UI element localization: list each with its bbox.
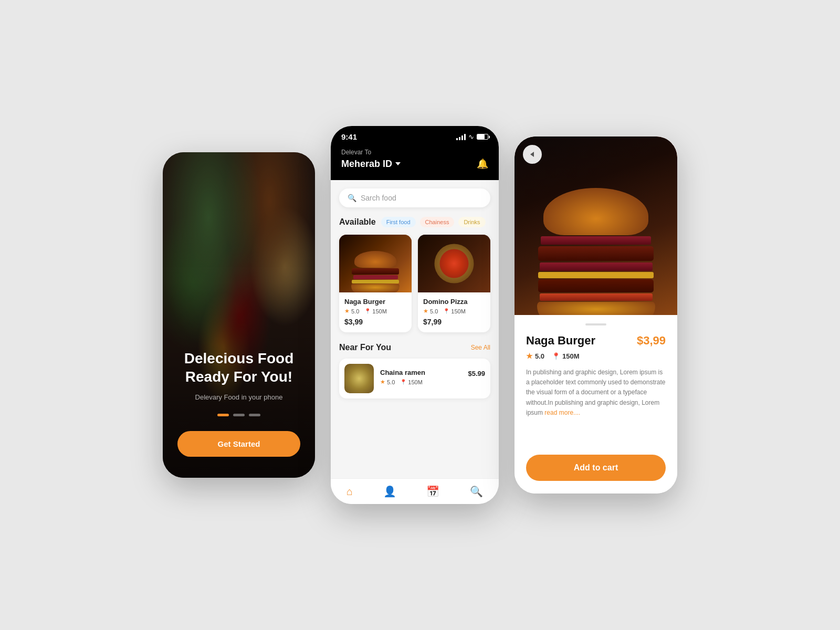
screen-splash: Delecious Food Ready For You! Delevary F… xyxy=(163,152,315,478)
near-item-price: $5.99 xyxy=(468,370,485,377)
food-name-burger: Naga Burger xyxy=(344,298,406,306)
screens-container: Delecious Food Ready For You! Delevary F… xyxy=(163,126,677,504)
detail-burger-visual xyxy=(528,188,664,315)
home-body: 🔍 Sarch food Available First food Chaine… xyxy=(331,180,499,478)
available-section: Available First food Chainess Drinks xyxy=(339,217,490,398)
pin-icon: 📍 xyxy=(364,308,371,314)
location-name[interactable]: Meherab ID xyxy=(341,159,401,170)
screen-home: 9:41 ∿ Delevar To Mehera xyxy=(331,126,499,504)
status-time: 9:41 xyxy=(341,132,357,141)
search-icon: 🔍 xyxy=(348,194,356,202)
dot-2 xyxy=(233,414,245,416)
detail-rating: ★ 5.0 xyxy=(526,352,544,360)
detail-meta: ★ 5.0 📍 150M xyxy=(526,352,666,360)
food-card-body-pizza: Domino Pizza ★ 5.0 📍 150M xyxy=(418,292,490,332)
food-card-burger[interactable]: Naga Burger ★ 5.0 📍 150M xyxy=(339,235,412,332)
bell-icon[interactable]: 🔔 xyxy=(477,158,488,170)
near-item-info: Chaina ramen $5.99 ★ 5.0 📍 150 xyxy=(380,369,485,388)
see-all-button[interactable]: See All xyxy=(471,344,490,351)
pizza-image xyxy=(418,235,490,292)
food-card-body-burger: Naga Burger ★ 5.0 📍 150M xyxy=(339,292,412,332)
nav-home[interactable]: ⌂ xyxy=(346,486,353,498)
star-icon-pizza: ★ xyxy=(423,308,428,314)
pin-icon-detail: 📍 xyxy=(552,352,560,360)
splash-content: Delecious Food Ready For You! Delevary F… xyxy=(163,333,315,478)
near-section: Near For You See All Chaina ramen $5.99 xyxy=(339,343,490,398)
food-name-pizza: Domino Pizza xyxy=(423,298,485,306)
signal-icon xyxy=(456,134,466,140)
search-nav-icon: 🔍 xyxy=(470,485,483,498)
search-bar[interactable]: 🔍 Sarch food xyxy=(339,188,490,207)
chevron-down-icon xyxy=(395,162,401,165)
chip-drinks[interactable]: Drinks xyxy=(458,217,485,227)
food-rating-burger: ★ 5.0 xyxy=(344,308,359,314)
burger-image xyxy=(339,235,412,292)
detail-sheet: Naga Burger $3,99 ★ 5.0 📍 150M In publis… xyxy=(514,315,677,494)
splash-dots xyxy=(177,414,300,416)
wifi-icon: ∿ xyxy=(468,133,474,141)
detail-description: In publishing and graphic design, Lorem … xyxy=(526,368,666,447)
nav-profile[interactable]: 👤 xyxy=(383,485,396,498)
add-to-cart-button[interactable]: Add to cart xyxy=(526,455,666,481)
food-rating-pizza: ★ 5.0 xyxy=(423,308,438,314)
nav-calendar[interactable]: 📅 xyxy=(426,485,439,498)
nav-search[interactable]: 🔍 xyxy=(470,485,483,498)
read-more-link[interactable]: read more.... xyxy=(544,409,580,416)
available-label: Available xyxy=(339,217,376,227)
splash-subtitle: Delevary Food in your phone xyxy=(177,393,300,401)
status-icons: ∿ xyxy=(456,133,488,141)
star-icon-detail: ★ xyxy=(526,352,533,360)
pin-icon-pizza: 📍 xyxy=(443,308,449,314)
ramen-image xyxy=(344,364,374,393)
chip-chainess[interactable]: Chainess xyxy=(420,217,455,227)
dot-3 xyxy=(249,414,260,416)
near-rating: ★ 5.0 xyxy=(380,379,395,385)
near-item-meta: ★ 5.0 📍 150M xyxy=(380,379,485,385)
food-meta-pizza: ★ 5.0 📍 150M xyxy=(423,308,485,314)
get-started-button[interactable]: Get Started xyxy=(177,431,300,457)
calendar-icon: 📅 xyxy=(426,485,439,498)
detail-food-name: Naga Burger xyxy=(526,334,595,348)
search-input[interactable]: Sarch food xyxy=(361,194,396,202)
star-icon-near: ★ xyxy=(380,379,385,385)
near-header: Near For You See All xyxy=(339,343,490,352)
filter-chips: First food Chainess Drinks xyxy=(381,217,486,227)
screen-detail: Naga Burger $3,99 ★ 5.0 📍 150M In publis… xyxy=(514,136,677,494)
deliver-to-label: Delevar To xyxy=(341,149,488,156)
pin-icon-near: 📍 xyxy=(400,379,406,385)
home-header: 9:41 ∿ Delevar To Mehera xyxy=(331,126,499,180)
sheet-handle xyxy=(585,323,606,326)
food-grid: Naga Burger ★ 5.0 📍 150M xyxy=(339,235,490,332)
near-item-ramen[interactable]: Chaina ramen $5.99 ★ 5.0 📍 150 xyxy=(339,359,490,398)
available-header: Available First food Chainess Drinks xyxy=(339,217,490,227)
food-distance-pizza: 📍 150M xyxy=(443,308,466,314)
bottom-nav: ⌂ 👤 📅 🔍 xyxy=(331,478,499,504)
food-distance-burger: 📍 150M xyxy=(364,308,387,314)
near-item-name: Chaina ramen xyxy=(380,369,425,376)
star-icon: ★ xyxy=(344,308,350,314)
home-icon: ⌂ xyxy=(346,486,353,498)
status-bar: 9:41 ∿ xyxy=(341,132,488,141)
detail-distance: 📍 150M xyxy=(552,352,580,360)
profile-icon: 👤 xyxy=(383,485,396,498)
detail-food-image xyxy=(514,136,677,315)
food-card-pizza[interactable]: Domino Pizza ★ 5.0 📍 150M xyxy=(418,235,490,332)
back-chevron-icon xyxy=(530,152,534,157)
back-button[interactable] xyxy=(523,145,542,164)
battery-icon xyxy=(477,134,488,140)
food-price-pizza: $7,99 xyxy=(423,318,485,326)
detail-title-row: Naga Burger $3,99 xyxy=(526,334,666,348)
dot-1 xyxy=(217,414,229,416)
food-price-burger: $3,99 xyxy=(344,318,406,326)
location-row: Meherab ID 🔔 xyxy=(341,158,488,170)
near-label: Near For You xyxy=(339,343,391,352)
food-meta-burger: ★ 5.0 📍 150M xyxy=(344,308,406,314)
near-distance: 📍 150M xyxy=(400,379,423,385)
chip-first-food[interactable]: First food xyxy=(381,217,416,227)
detail-food-price: $3,99 xyxy=(637,334,666,348)
splash-title: Delecious Food Ready For You! xyxy=(177,349,300,386)
